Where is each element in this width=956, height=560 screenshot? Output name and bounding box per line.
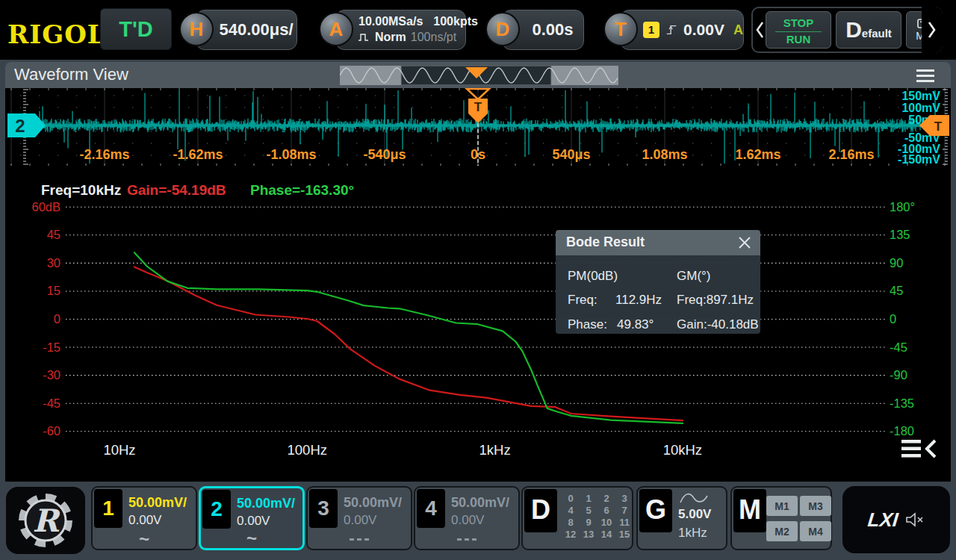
- display-frame: Waveform View T2-2.16ms-1.62ms-1.08ms-54…: [0, 60, 956, 482]
- digital-channel-label: 15: [615, 529, 633, 541]
- d-badge: D: [485, 12, 520, 46]
- bottom-bar: R 1 50.00mV/ 0.00V ~ 2 50.00mV/ 0.00V ~ …: [0, 482, 956, 560]
- phase-tick-label: -135: [890, 396, 914, 410]
- dc-coupling-icon: [308, 531, 411, 547]
- pulse-icon: [358, 32, 370, 43]
- rigol-gear-button[interactable]: R: [6, 487, 85, 554]
- gain-tick-label: 30: [47, 256, 60, 270]
- math-m4-button[interactable]: M4: [800, 521, 831, 541]
- volt-axis-label: 150mV: [901, 90, 940, 102]
- sample-resolution: 100ns/pt: [411, 31, 456, 44]
- pm-phase-label: Phase:: [568, 317, 607, 332]
- gain-tick-label: -30: [43, 368, 60, 382]
- pm-freq-label: Freq:: [568, 293, 598, 308]
- math-tile[interactable]: M M1 M3 M2 M4: [730, 486, 832, 550]
- rising-edge-icon: [665, 22, 677, 37]
- generator-voltage: 5.00V: [678, 507, 711, 522]
- math-badge: M: [733, 489, 766, 532]
- scope-screen: RIGOL T'D H 540.00μs/ A 10.00MSa/s 100kp…: [0, 0, 956, 560]
- gear-icon: R: [14, 489, 77, 552]
- close-icon[interactable]: [738, 236, 751, 249]
- channel-2-badge: 2: [202, 490, 231, 529]
- math-m3-button[interactable]: M3: [800, 496, 831, 516]
- page-right[interactable]: [922, 7, 943, 53]
- trigger-status-button[interactable]: T'D: [100, 8, 172, 50]
- digital-channel-label: 2: [598, 493, 615, 505]
- phase-tick-label: 45: [890, 284, 903, 297]
- t-badge: T: [603, 12, 638, 46]
- math-m2-button[interactable]: M2: [766, 521, 798, 541]
- a-badge: A: [319, 12, 353, 46]
- pm-phase-value: 49.83°: [617, 317, 654, 332]
- channel-2-marker-label: 2: [15, 116, 25, 136]
- digital-channel-label: 13: [580, 529, 598, 541]
- default-button[interactable]: Default: [836, 11, 901, 49]
- volt-axis-label: -150mV: [898, 153, 940, 166]
- page-left-icon[interactable]: [754, 20, 765, 40]
- gain-tick-label: -45: [43, 396, 60, 410]
- freq-tick-label: 10Hz: [103, 442, 135, 458]
- waveform-view-header: Waveform View: [5, 62, 951, 88]
- lxi-status-tile[interactable]: LXI: [842, 486, 950, 553]
- generator-tile[interactable]: G 5.00V 1kHz: [636, 486, 727, 550]
- trigger-level-label: T: [934, 119, 943, 134]
- freq-tick-label: 10kHz: [663, 442, 702, 458]
- digital-channel-label: 14: [598, 529, 615, 541]
- waveform-view-title: Waveform View: [14, 65, 128, 84]
- bode-result-popup: Bode Result PM(0dB) GM(°) Freq: 112.9Hz …: [556, 230, 760, 334]
- horizontal-timebase-button[interactable]: H 540.00μs/: [196, 10, 297, 50]
- trigger-coupling: A: [733, 22, 743, 38]
- waveform-menu-icon[interactable]: [916, 69, 934, 85]
- channel-3-badge: 3: [309, 489, 338, 528]
- channel-2-tile[interactable]: 2 50.00mV/ 0.00V ~: [199, 486, 305, 550]
- popup-title: Bode Result: [566, 234, 645, 250]
- stop-label: STOP: [766, 16, 831, 31]
- waveform-strip[interactable]: T2-2.16ms-1.62ms-1.08ms-540μs0s540μs1.08…: [5, 88, 951, 166]
- gain-tick-label: 45: [47, 228, 60, 241]
- acq-mode: Norm: [375, 31, 406, 44]
- channel-2-offset: 0.00V: [237, 514, 270, 529]
- timebase-navigator[interactable]: [340, 66, 618, 85]
- channel-3-tile[interactable]: 3 50.00mV/ 0.00V: [306, 486, 412, 550]
- digital-channel-label: 9: [580, 517, 598, 529]
- digital-channel-label: 8: [562, 517, 580, 529]
- gain-tick-label: 0: [54, 312, 60, 326]
- time-axis-label: -2.16ms: [79, 147, 129, 162]
- delay-button[interactable]: D 0.00s: [502, 10, 584, 50]
- time-axis-label: -1.08ms: [266, 147, 316, 162]
- channel-1-tile[interactable]: 1 50.00mV/ 0.00V ~: [91, 486, 197, 550]
- stop-run-button[interactable]: STOP RUN: [766, 11, 831, 49]
- ac-coupling-icon: ~: [201, 530, 302, 547]
- math-m1-button[interactable]: M1: [766, 496, 798, 516]
- sample-rate: 10.00MSa/s: [358, 15, 423, 28]
- h-badge: H: [179, 12, 214, 46]
- trigger-source-badge: 1: [643, 22, 659, 38]
- svg-text:R: R: [33, 503, 61, 539]
- popup-body: PM(0dB) GM(°) Freq: 112.9Hz Freq:897.1Hz…: [556, 255, 760, 334]
- time-axis-label: 540μs: [552, 147, 590, 162]
- channel-4-tile[interactable]: 4 50.00mV/ 0.00V: [414, 486, 520, 550]
- acquisition-info: 10.00MSa/s 100kpts Norm 100ns/pt: [336, 10, 465, 44]
- digital-channel-grid: 0123456789101112131415: [562, 493, 633, 541]
- phase-tick-label: -45: [890, 340, 907, 354]
- time-axis-label: 0s: [471, 147, 485, 162]
- collapse-menu-icon[interactable]: [901, 439, 937, 458]
- acquisition-button[interactable]: A 10.00MSa/s 100kpts Norm 100ns/pt: [335, 10, 466, 50]
- gm-header: GM(°): [677, 269, 711, 284]
- freq-tick-label: 100Hz: [288, 442, 327, 458]
- phase-tick-label: 0: [890, 312, 896, 326]
- trigger-settings-button[interactable]: T 1 0.00V A: [620, 10, 744, 50]
- quick-buttons: STOP RUN Default Me: [751, 7, 943, 53]
- digital-channel-label: 5: [580, 505, 598, 517]
- digital-channels-tile[interactable]: D 0123456789101112131415: [521, 486, 633, 550]
- gm-gain: Gain:-40.18dB: [677, 317, 759, 332]
- volt-axis-label: 100mV: [901, 102, 940, 114]
- popup-titlebar[interactable]: Bode Result: [556, 230, 760, 255]
- run-label: RUN: [766, 33, 831, 47]
- digital-channel-label: 6: [598, 505, 615, 517]
- memory-depth: 100kpts: [433, 15, 478, 28]
- default-capital: D: [845, 17, 862, 42]
- gain-tick-label: 15: [47, 284, 60, 297]
- phase-tick-label: -90: [890, 368, 907, 382]
- channel-3-offset: 0.00V: [344, 513, 376, 528]
